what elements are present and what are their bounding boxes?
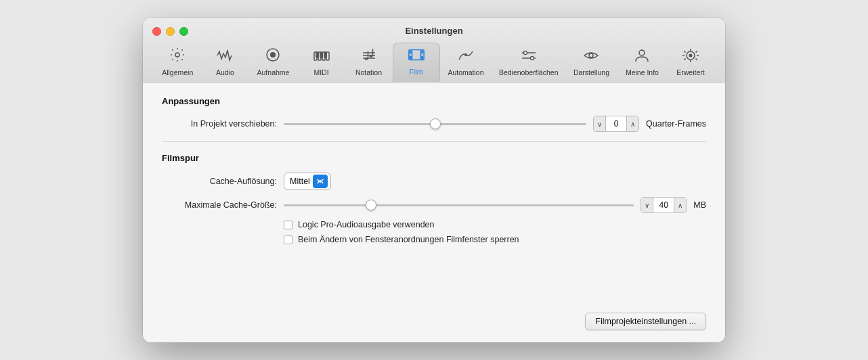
tab-erweitert[interactable]: Erweitert bbox=[667, 44, 714, 82]
svg-rect-25 bbox=[421, 57, 422, 59]
slider-thumb[interactable] bbox=[430, 118, 441, 129]
tab-allgemein[interactable]: Allgemein bbox=[154, 43, 201, 82]
svg-point-26 bbox=[464, 53, 467, 56]
cache-arrow-icon bbox=[313, 175, 328, 188]
tab-notation-label: Notation bbox=[355, 68, 382, 76]
filmspur-title: Filmspur bbox=[162, 153, 706, 163]
eye-icon bbox=[582, 48, 600, 66]
anpassungen-row1: In Projekt verschieben: ∨ 0 ∧ Quarter-Fr… bbox=[162, 116, 706, 132]
stepper-up-btn[interactable]: ∧ bbox=[626, 116, 638, 131]
toolbar: Allgemein Audio Aufna bbox=[154, 43, 714, 82]
maxcache-label: Maximale Cache-Größe: bbox=[162, 200, 277, 210]
cache-value: Mittel bbox=[290, 177, 310, 186]
cache-label: Cache-Auflösung: bbox=[162, 177, 277, 186]
title-bar: Einstellungen Allgemein bbox=[143, 18, 725, 83]
maxcache-slider[interactable] bbox=[284, 199, 634, 211]
tab-film[interactable]: Film bbox=[393, 43, 440, 82]
tab-bedienoberflachen[interactable]: Bedienoberflächen bbox=[492, 44, 565, 82]
tab-film-label: Film bbox=[410, 68, 423, 76]
svg-rect-22 bbox=[410, 51, 410, 53]
tab-darstellung-label: Darstellung bbox=[573, 68, 609, 76]
mb-label: MB bbox=[693, 200, 706, 210]
notation-icon bbox=[360, 48, 378, 66]
traffic-lights bbox=[152, 27, 188, 36]
tab-bedienoberflachen-label: Bedienoberflächen bbox=[499, 68, 559, 76]
svg-point-29 bbox=[523, 51, 527, 55]
tab-meineinfo[interactable]: Meine Info bbox=[617, 44, 667, 82]
minimize-button[interactable] bbox=[166, 27, 175, 36]
close-button[interactable] bbox=[152, 27, 161, 36]
maxcache-stepper: ∨ 40 ∧ bbox=[641, 197, 687, 213]
maxcache-stepper-down-btn[interactable]: ∨ bbox=[641, 198, 653, 212]
footer: Filmprojekteinstellungen ... bbox=[143, 305, 725, 342]
tab-allgemein-label: Allgemein bbox=[162, 68, 193, 76]
svg-rect-7 bbox=[316, 52, 318, 58]
window-title: Einstellungen bbox=[405, 26, 462, 36]
checkbox1-row: Logic Pro-Audioausgabe verwenden bbox=[284, 220, 706, 229]
advanced-icon bbox=[682, 48, 699, 66]
tab-erweitert-label: Erweitert bbox=[676, 68, 704, 76]
checkbox2[interactable] bbox=[284, 235, 292, 244]
user-icon bbox=[634, 48, 650, 66]
tab-audio[interactable]: Audio bbox=[201, 44, 248, 82]
tab-notation[interactable]: Notation bbox=[345, 44, 393, 82]
tab-midi-label: MIDI bbox=[313, 68, 328, 76]
svg-point-2 bbox=[270, 52, 276, 58]
controls-icon bbox=[520, 48, 538, 66]
slider-track bbox=[284, 123, 586, 125]
tab-aufnahme[interactable]: Aufnahme bbox=[248, 43, 297, 82]
in-projekt-slider[interactable] bbox=[284, 118, 586, 130]
svg-rect-8 bbox=[320, 52, 322, 58]
settings-window: Einstellungen Allgemein bbox=[143, 18, 725, 342]
tab-automation-label: Automation bbox=[448, 68, 483, 76]
checkbox1[interactable] bbox=[284, 221, 292, 229]
film-icon bbox=[408, 47, 425, 65]
svg-rect-24 bbox=[421, 51, 422, 53]
tab-midi[interactable]: MIDI bbox=[298, 44, 345, 82]
maxcache-stepper-value: 40 bbox=[653, 198, 674, 212]
audio-icon bbox=[217, 48, 233, 66]
checkbox2-label: Beim Ändern von Fensteranordnungen Filmf… bbox=[298, 235, 519, 244]
automation-icon bbox=[457, 48, 475, 66]
svg-point-32 bbox=[639, 50, 645, 55]
svg-point-0 bbox=[175, 53, 179, 57]
section-divider bbox=[162, 141, 706, 142]
svg-point-34 bbox=[689, 54, 693, 58]
tab-audio-label: Audio bbox=[216, 68, 234, 76]
anpassungen-title: Anpassungen bbox=[162, 96, 706, 106]
maximize-button[interactable] bbox=[179, 27, 188, 36]
svg-rect-9 bbox=[324, 52, 326, 58]
filmprojekteinstellungen-button[interactable]: Filmprojekteinstellungen ... bbox=[585, 313, 706, 330]
svg-point-31 bbox=[589, 53, 593, 58]
svg-rect-23 bbox=[410, 57, 410, 59]
svg-point-30 bbox=[530, 57, 534, 60]
cache-select[interactable]: Mittel bbox=[284, 173, 331, 190]
content-area: Anpassungen In Projekt verschieben: ∨ 0 … bbox=[143, 83, 725, 305]
stepper-down-btn[interactable]: ∨ bbox=[594, 116, 606, 131]
tab-meineinfo-label: Meine Info bbox=[626, 68, 659, 76]
maxcache-row: Maximale Cache-Größe: ∨ 40 ∧ MB bbox=[162, 197, 706, 213]
gear-icon bbox=[169, 47, 186, 66]
in-projekt-label: In Projekt verschieben: bbox=[162, 119, 277, 129]
quarter-frames-label: Quarter-Frames bbox=[646, 119, 706, 129]
tab-automation[interactable]: Automation bbox=[440, 44, 492, 82]
cache-row: Cache-Auflösung: Mittel bbox=[162, 173, 706, 190]
tab-aufnahme-label: Aufnahme bbox=[257, 68, 290, 76]
midi-icon bbox=[313, 48, 330, 66]
maxcache-stepper-up-btn[interactable]: ∧ bbox=[674, 198, 686, 212]
record-icon bbox=[265, 47, 281, 66]
maxcache-track bbox=[284, 204, 634, 206]
in-projekt-stepper: ∨ 0 ∧ bbox=[593, 116, 639, 132]
tab-darstellung[interactable]: Darstellung bbox=[565, 44, 617, 82]
maxcache-thumb[interactable] bbox=[366, 200, 376, 210]
checkbox2-row: Beim Ändern von Fensteranordnungen Filmf… bbox=[284, 235, 706, 244]
stepper-value: 0 bbox=[606, 116, 626, 131]
checkbox1-label: Logic Pro-Audioausgabe verwenden bbox=[298, 220, 435, 229]
